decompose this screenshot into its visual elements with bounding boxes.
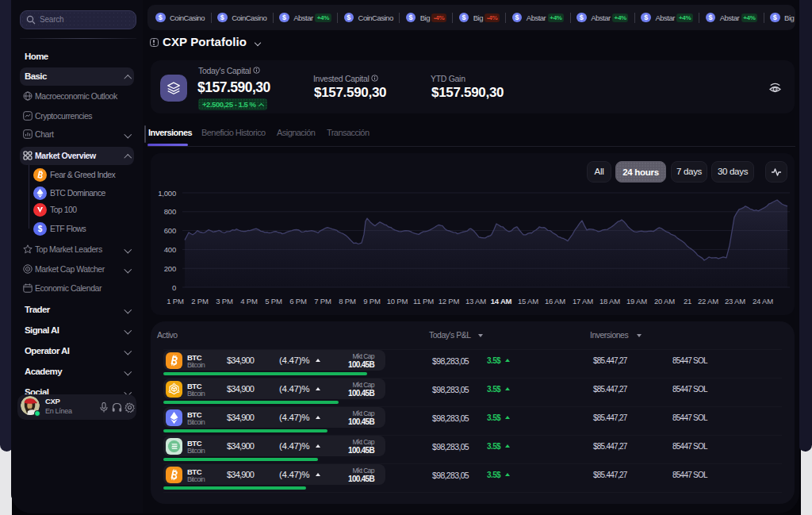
svg-text:400: 400 [164, 245, 176, 254]
svg-text:13 AM: 13 AM [465, 297, 486, 306]
svg-text:19 AM: 19 AM [626, 297, 647, 306]
svg-text:11 PM: 11 PM [413, 297, 434, 306]
svg-text:2 PM: 2 PM [191, 297, 209, 306]
svg-text:200: 200 [164, 264, 176, 273]
svg-text:7 PM: 7 PM [314, 297, 331, 306]
svg-text:10 PM: 10 PM [387, 297, 408, 306]
svg-text:6 PM: 6 PM [289, 297, 307, 306]
svg-text:0: 0 [172, 283, 176, 292]
svg-text:22 AM: 22 AM [698, 297, 718, 306]
svg-text:1 PM: 1 PM [167, 297, 184, 306]
svg-text:9 PM: 9 PM [363, 297, 381, 306]
svg-text:21: 21 [684, 297, 691, 306]
svg-text:5 PM: 5 PM [265, 297, 282, 306]
svg-text:24 AM: 24 AM [753, 297, 773, 306]
svg-text:16 AM: 16 AM [545, 297, 565, 306]
svg-text:23 AM: 23 AM [725, 297, 745, 306]
svg-text:18 AM: 18 AM [599, 297, 620, 306]
svg-text:1,000: 1,000 [158, 189, 176, 198]
svg-text:4 PM: 4 PM [240, 297, 258, 306]
svg-text:8 PM: 8 PM [339, 297, 356, 306]
svg-text:600: 600 [164, 226, 176, 235]
svg-text:3 PM: 3 PM [216, 297, 233, 306]
svg-text:800: 800 [164, 207, 176, 216]
svg-text:12 PM: 12 PM [439, 297, 460, 306]
svg-text:15 AM: 15 AM [518, 297, 538, 306]
svg-text:14 AM: 14 AM [491, 297, 512, 306]
svg-text:17 AM: 17 AM [573, 297, 593, 306]
svg-text:20 AM: 20 AM [654, 297, 675, 306]
